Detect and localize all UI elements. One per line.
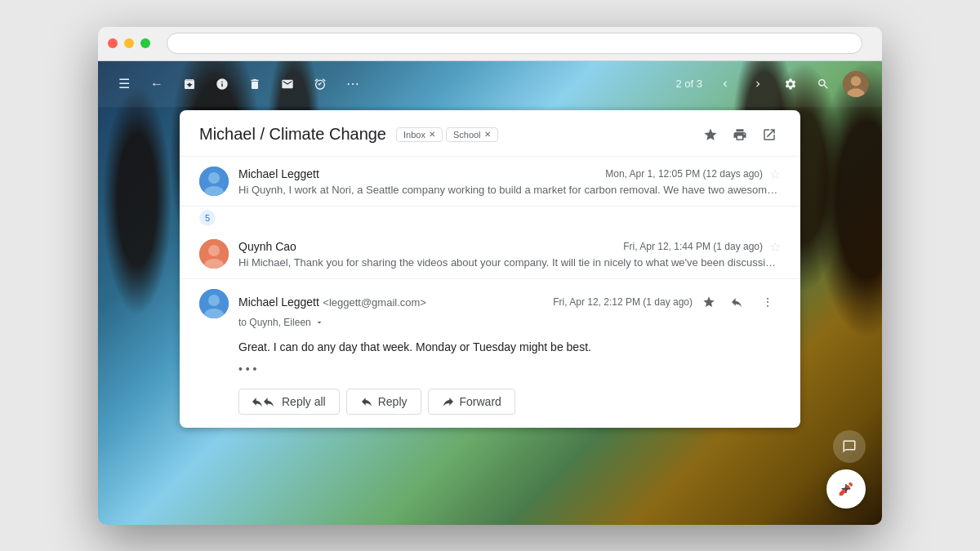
reply-label: Reply <box>378 395 408 408</box>
new-window-icon[interactable] <box>758 123 781 146</box>
avatar-michael-expanded <box>199 289 229 318</box>
message-2-star[interactable]: ☆ <box>769 239 781 255</box>
compose-fab[interactable]: + <box>826 469 866 509</box>
info-icon[interactable] <box>209 71 235 97</box>
school-tag: School ✕ <box>446 127 498 142</box>
message-2[interactable]: Quynh Cao Fri, Apr 12, 1:44 PM (1 day ag… <box>180 229 800 279</box>
traffic-minimize[interactable] <box>124 38 134 48</box>
message-1-meta: Mon, Apr 1, 12:05 PM (12 days ago) ☆ <box>605 167 781 182</box>
svg-point-7 <box>208 245 220 256</box>
message-expanded: Michael Leggett <leggett@gmail.com> Fri,… <box>180 279 800 428</box>
url-bar[interactable] <box>167 33 862 54</box>
expanded-header: Michael Leggett <leggett@gmail.com> Fri,… <box>199 289 781 328</box>
inbox-tag: Inbox ✕ <box>396 127 443 142</box>
menu-icon[interactable]: ☰ <box>111 71 137 97</box>
message-2-preview: Hi Michael, Thank you for sharing the vi… <box>238 256 781 269</box>
email-panel: Michael / Climate Change Inbox ✕ School … <box>180 110 800 428</box>
svg-point-4 <box>208 172 220 184</box>
expanded-sender-email: <leggett@gmail.com> <box>323 296 426 309</box>
expanded-date: Fri, Apr 12, 2:12 PM (1 day ago) <box>553 296 693 308</box>
message-1-preview: Hi Quynh, I work at Nori, a Seattle comp… <box>238 184 781 196</box>
delete-icon[interactable] <box>242 71 268 97</box>
browser-chrome <box>98 27 882 61</box>
traffic-maximize[interactable] <box>140 38 150 48</box>
email-icon[interactable] <box>274 71 301 97</box>
message-2-meta: Fri, Apr 12, 1:44 PM (1 day ago) ☆ <box>623 239 781 255</box>
pagination-text: 2 of 3 <box>675 78 702 90</box>
search-icon[interactable] <box>810 71 836 97</box>
reply-button[interactable]: Reply <box>346 389 421 415</box>
expanded-sender-name: Michael Leggett <box>238 295 319 309</box>
reply-all-quick-btn[interactable] <box>725 289 751 315</box>
collapse-count[interactable]: 5 <box>199 210 216 226</box>
traffic-close[interactable] <box>108 38 118 48</box>
browser-content: ☰ ← ⋯ 2 of 3 <box>98 61 882 525</box>
browser-window: ☰ ← ⋯ 2 of 3 <box>98 27 882 525</box>
expanded-star-btn[interactable] <box>696 289 722 315</box>
expanded-to[interactable]: to Quynh, Eileen <box>238 317 781 328</box>
message-2-date: Fri, Apr 12, 1:44 PM (1 day ago) <box>623 241 763 252</box>
avatar-michael-1 <box>199 167 229 196</box>
email-subject: Michael / Climate Change <box>199 125 386 144</box>
expanded-sender-row: Michael Leggett <leggett@gmail.com> Fri,… <box>238 289 781 315</box>
prev-message-icon[interactable] <box>712 71 738 97</box>
user-avatar[interactable] <box>843 71 869 97</box>
message-1-sender-row: Michael Leggett Mon, Apr 1, 12:05 PM (12… <box>238 167 781 182</box>
ellipsis-btn[interactable]: • • • <box>199 362 781 375</box>
reply-all-button[interactable]: Reply all <box>238 389 340 415</box>
message-2-sender: Quynh Cao <box>238 240 296 253</box>
collapsed-indicator: 5 <box>180 207 800 229</box>
archive-icon[interactable] <box>176 71 203 97</box>
expanded-body: Great. I can do any day that week. Monda… <box>199 338 781 356</box>
gmail-toolbar: ☰ ← ⋯ 2 of 3 <box>98 61 882 107</box>
expanded-sender-block: Michael Leggett <leggett@gmail.com> <box>238 295 426 309</box>
message-1-info: Michael Leggett Mon, Apr 1, 12:05 PM (12… <box>238 167 781 196</box>
school-tag-close[interactable]: ✕ <box>484 130 491 139</box>
message-1-date: Mon, Apr 1, 12:05 PM (12 days ago) <box>605 168 763 180</box>
forward-label: Forward <box>460 395 501 408</box>
message-2-info: Quynh Cao Fri, Apr 12, 1:44 PM (1 day ag… <box>238 239 781 269</box>
header-actions <box>699 123 781 146</box>
reply-buttons: Reply all Reply Forward <box>199 389 781 415</box>
star-header-icon[interactable] <box>699 123 722 146</box>
snooze-icon[interactable] <box>307 71 333 97</box>
message-1-header: Michael Leggett Mon, Apr 1, 12:05 PM (12… <box>199 167 781 196</box>
next-message-icon[interactable] <box>745 71 771 97</box>
fab-container: + <box>826 430 866 509</box>
email-header: Michael / Climate Change Inbox ✕ School … <box>180 110 800 157</box>
print-icon[interactable] <box>728 123 751 146</box>
inbox-tag-close[interactable]: ✕ <box>429 130 435 139</box>
back-icon[interactable]: ← <box>144 71 170 97</box>
reply-all-label: Reply all <box>282 395 326 408</box>
expanded-sender-info: Michael Leggett <leggett@gmail.com> Fri,… <box>238 289 781 328</box>
forward-button[interactable]: Forward <box>428 389 515 415</box>
more-icon[interactable]: ⋯ <box>340 71 366 97</box>
svg-point-1 <box>851 76 861 86</box>
more-options-btn[interactable]: ⋮ <box>755 289 781 315</box>
expanded-actions: Fri, Apr 12, 2:12 PM (1 day ago) ⋮ <box>553 289 781 315</box>
avatar-quynh <box>199 239 229 269</box>
message-1-sender: Michael Leggett <box>238 167 319 180</box>
message-1-star[interactable]: ☆ <box>769 167 781 182</box>
message-2-header: Quynh Cao Fri, Apr 12, 1:44 PM (1 day ag… <box>199 239 781 269</box>
message-1[interactable]: Michael Leggett Mon, Apr 1, 12:05 PM (12… <box>180 157 800 207</box>
chat-fab[interactable] <box>833 430 866 463</box>
settings-icon[interactable] <box>777 71 804 97</box>
svg-point-10 <box>208 295 220 306</box>
message-2-sender-row: Quynh Cao Fri, Apr 12, 1:44 PM (1 day ag… <box>238 239 781 255</box>
